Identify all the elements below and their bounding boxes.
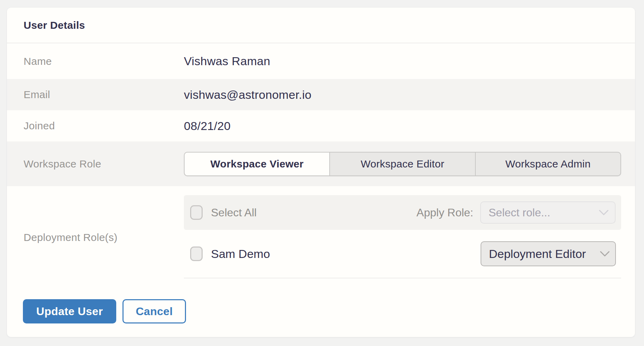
select-all-checkbox[interactable] <box>190 205 203 220</box>
joined-value: 08/21/20 <box>184 110 635 141</box>
email-row: Email vishwas@astronomer.io <box>7 79 635 110</box>
joined-row: Joined 08/21/20 <box>7 110 635 141</box>
select-all-panel: Select All Apply Role: Select role... <box>184 195 621 230</box>
deployment-roles-label: Deployment Role(s) <box>7 186 184 289</box>
joined-label: Joined <box>7 110 184 141</box>
apply-role-dropdown-placeholder: Select role... <box>489 206 550 219</box>
name-row: Name Vishwas Raman <box>7 43 635 79</box>
deployment-roles-area: Select All Apply Role: Select role... Sa… <box>184 186 635 289</box>
update-user-button[interactable]: Update User <box>23 299 116 323</box>
workspace-admin-button[interactable]: Workspace Admin <box>475 153 620 175</box>
card-footer: Update User Cancel <box>7 289 635 323</box>
workspace-viewer-button[interactable]: Workspace Viewer <box>185 153 329 175</box>
workspace-role-label: Workspace Role <box>7 141 184 186</box>
workspace-role-value: Workspace Viewer Workspace Editor Worksp… <box>184 141 635 186</box>
workspace-role-button-group: Workspace Viewer Workspace Editor Worksp… <box>184 152 621 176</box>
deployment-role-dropdown-value: Deployment Editor <box>489 247 586 261</box>
user-details-card: User Details Name Vishwas Raman Email vi… <box>7 8 635 337</box>
name-label: Name <box>7 43 184 79</box>
deployment-role-dropdown[interactable]: Deployment Editor <box>481 241 616 266</box>
cancel-button[interactable]: Cancel <box>122 299 186 323</box>
card-header: User Details <box>7 8 635 43</box>
workspace-editor-button[interactable]: Workspace Editor <box>329 153 475 175</box>
workspace-role-row: Workspace Role Workspace Viewer Workspac… <box>7 141 635 186</box>
apply-role-label: Apply Role: <box>416 206 473 219</box>
email-label: Email <box>7 79 184 110</box>
deployment-name: Sam Demo <box>211 247 270 261</box>
name-value: Vishwas Raman <box>184 43 635 79</box>
deployment-row: Sam Demo Deployment Editor <box>184 230 621 278</box>
apply-role-dropdown[interactable]: Select role... <box>480 201 616 224</box>
deployment-roles-row: Deployment Role(s) Select All Apply Role… <box>7 186 635 289</box>
deployment-checkbox[interactable] <box>190 246 203 261</box>
chevron-down-icon <box>599 210 609 216</box>
page-title: User Details <box>24 19 85 31</box>
chevron-down-icon <box>600 251 610 257</box>
email-value: vishwas@astronomer.io <box>184 79 635 110</box>
select-all-label: Select All <box>211 206 257 219</box>
